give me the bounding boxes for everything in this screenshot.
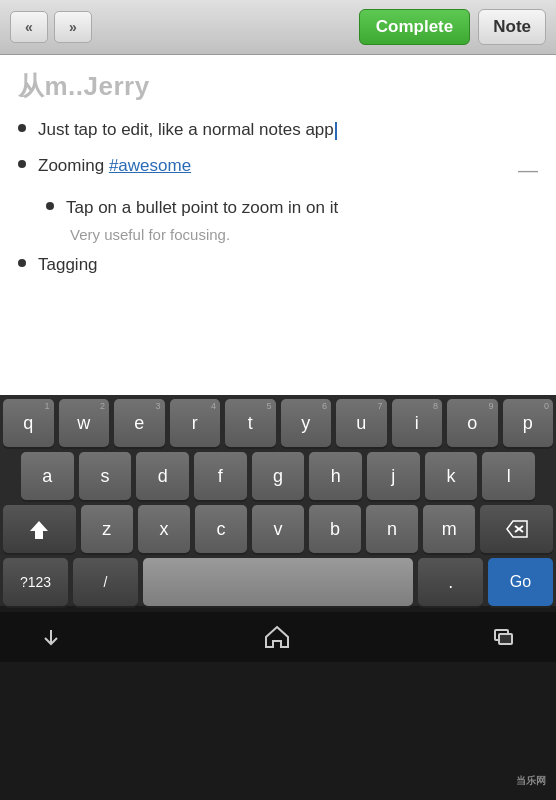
back-nav-button[interactable] bbox=[40, 626, 62, 648]
sub-note-text: Very useful for focusing. bbox=[70, 226, 538, 243]
bullet-text: Tap on a bullet point to zoom in on it bbox=[66, 196, 538, 220]
key-c[interactable]: c bbox=[195, 505, 247, 553]
notes-area[interactable]: 从m..Jerry Just tap to edit, like a norma… bbox=[0, 55, 556, 395]
toolbar-actions: Complete Note bbox=[359, 9, 546, 45]
forward-button[interactable]: » bbox=[54, 11, 92, 43]
bullet-dot bbox=[18, 160, 26, 168]
shift-icon bbox=[28, 518, 50, 540]
keyboard-row-2: a s d f g h j k l bbox=[3, 452, 553, 500]
key-m[interactable]: m bbox=[423, 505, 475, 553]
bullet-text: Zooming #awesome bbox=[38, 154, 518, 178]
forward-icon: » bbox=[69, 19, 77, 35]
keyboard-row-1: 1q 2w 3e 4r 5t 6y 7u 8i 9o 0p bbox=[3, 399, 553, 447]
key-number: 9 bbox=[488, 401, 493, 411]
home-icon bbox=[264, 625, 290, 649]
bullet-list: Just tap to edit, like a normal notes ap… bbox=[18, 118, 538, 220]
key-number: 0 bbox=[544, 401, 549, 411]
key-z[interactable]: z bbox=[81, 505, 133, 553]
key-g[interactable]: g bbox=[252, 452, 305, 500]
key-number: 8 bbox=[433, 401, 438, 411]
key-number: 3 bbox=[155, 401, 160, 411]
svg-rect-1 bbox=[35, 537, 43, 539]
key-b[interactable]: b bbox=[309, 505, 361, 553]
notes-title: 从m..Jerry bbox=[18, 69, 538, 104]
recents-button[interactable] bbox=[492, 625, 516, 649]
keyboard: 1q 2w 3e 4r 5t 6y 7u 8i 9o 0p a s d f g … bbox=[0, 395, 556, 606]
key-p[interactable]: 0p bbox=[503, 399, 554, 447]
key-e[interactable]: 3e bbox=[114, 399, 165, 447]
key-d[interactable]: d bbox=[136, 452, 189, 500]
bullet-text: Just tap to edit, like a normal notes ap… bbox=[38, 118, 538, 142]
key-u[interactable]: 7u bbox=[336, 399, 387, 447]
slash-key[interactable]: / bbox=[73, 558, 138, 606]
android-nav-bar: 当乐网 bbox=[0, 612, 556, 662]
tagging-item[interactable]: Tagging bbox=[18, 253, 538, 277]
key-a[interactable]: a bbox=[21, 452, 74, 500]
svg-marker-5 bbox=[266, 627, 288, 647]
bullet-dot bbox=[18, 259, 26, 267]
tag-link[interactable]: #awesome bbox=[109, 156, 191, 175]
title-text: 从m..Jerry bbox=[18, 71, 150, 101]
key-n[interactable]: n bbox=[366, 505, 418, 553]
key-h[interactable]: h bbox=[309, 452, 362, 500]
back-icon: « bbox=[25, 19, 33, 35]
tagging-label: Tagging bbox=[38, 253, 538, 277]
key-o[interactable]: 9o bbox=[447, 399, 498, 447]
recents-icon bbox=[492, 625, 516, 649]
bullet-dot bbox=[46, 202, 54, 210]
key-v[interactable]: v bbox=[252, 505, 304, 553]
backspace-icon bbox=[505, 519, 529, 539]
key-w[interactable]: 2w bbox=[59, 399, 110, 447]
list-item[interactable]: Just tap to edit, like a normal notes ap… bbox=[18, 118, 538, 142]
keyboard-row-4: ?123 / . Go bbox=[3, 558, 553, 606]
keyboard-row-3: z x c v b n m bbox=[3, 505, 553, 553]
key-l[interactable]: l bbox=[482, 452, 535, 500]
go-key[interactable]: Go bbox=[488, 558, 553, 606]
key-t[interactable]: 5t bbox=[225, 399, 276, 447]
svg-marker-0 bbox=[30, 521, 48, 537]
list-item[interactable]: Tap on a bullet point to zoom in on it bbox=[46, 196, 538, 220]
key-k[interactable]: k bbox=[425, 452, 478, 500]
key-x[interactable]: x bbox=[138, 505, 190, 553]
key-number: 1 bbox=[44, 401, 49, 411]
key-number: 7 bbox=[377, 401, 382, 411]
period-key[interactable]: . bbox=[418, 558, 483, 606]
list-item[interactable]: Zooming #awesome — bbox=[18, 154, 538, 184]
key-f[interactable]: f bbox=[194, 452, 247, 500]
key-number: 4 bbox=[211, 401, 216, 411]
text-cursor bbox=[335, 122, 337, 140]
back-button[interactable]: « bbox=[10, 11, 48, 43]
shift-key[interactable] bbox=[3, 505, 76, 553]
zoom-dash: — bbox=[518, 156, 538, 184]
key-number: 2 bbox=[100, 401, 105, 411]
space-key[interactable] bbox=[143, 558, 413, 606]
svg-rect-7 bbox=[499, 634, 512, 644]
key-r[interactable]: 4r bbox=[170, 399, 221, 447]
home-button[interactable] bbox=[264, 625, 290, 649]
key-q[interactable]: 1q bbox=[3, 399, 54, 447]
key-i[interactable]: 8i bbox=[392, 399, 443, 447]
toolbar-navigation: « » bbox=[10, 11, 92, 43]
key-number: 6 bbox=[322, 401, 327, 411]
bullet-dot bbox=[18, 124, 26, 132]
note-button[interactable]: Note bbox=[478, 9, 546, 45]
key-s[interactable]: s bbox=[79, 452, 132, 500]
svg-marker-2 bbox=[507, 521, 527, 537]
toolbar: « » Complete Note bbox=[0, 0, 556, 55]
key-j[interactable]: j bbox=[367, 452, 420, 500]
symbols-key[interactable]: ?123 bbox=[3, 558, 68, 606]
complete-button[interactable]: Complete bbox=[359, 9, 470, 45]
back-chevron-icon bbox=[40, 626, 62, 648]
key-y[interactable]: 6y bbox=[281, 399, 332, 447]
backspace-key[interactable] bbox=[480, 505, 553, 553]
key-number: 5 bbox=[266, 401, 271, 411]
